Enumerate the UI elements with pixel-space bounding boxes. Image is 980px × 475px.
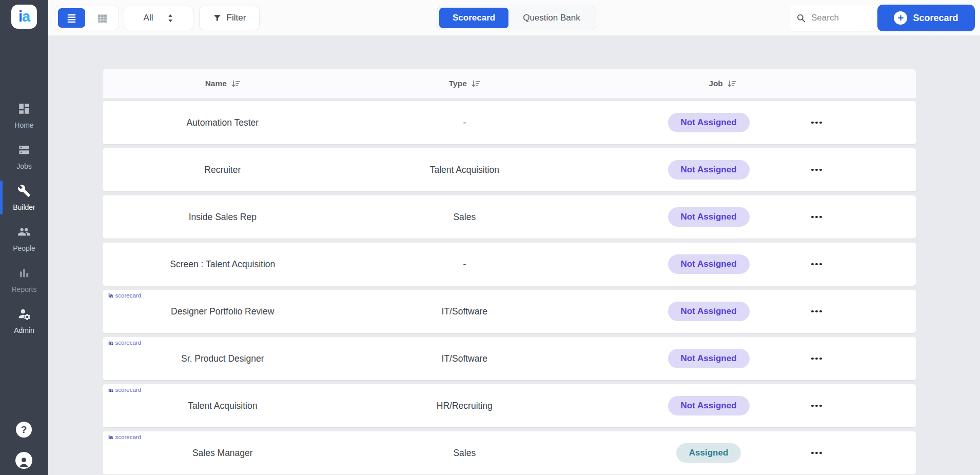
job-status-badge: Not Assigned	[668, 207, 750, 227]
grid-view-icon	[97, 13, 108, 24]
sidebar-item-label: Home	[14, 121, 33, 129]
table-body: ia scorecard Automation Tester - Not Ass…	[103, 101, 916, 474]
search-box	[790, 5, 883, 31]
bar-chart-icon	[17, 266, 31, 282]
type-filter-value: All	[144, 13, 153, 23]
sidebar-item-reports[interactable]: Reports	[0, 259, 48, 300]
row-type: IT/Software	[343, 290, 587, 333]
sort-descending-icon[interactable]	[231, 80, 240, 88]
row-name: Automation Tester	[103, 101, 343, 144]
row-type: IT/Software	[343, 337, 587, 380]
row-name: Screen : Talent Acquisition	[103, 243, 343, 286]
table-row[interactable]: ia scorecard Talent Acquisition HR/Recru…	[103, 384, 916, 427]
scorecard-type-badge: ia scorecard	[108, 434, 141, 440]
row-type: -	[343, 243, 587, 286]
ia-logo-mini: ia	[108, 340, 113, 346]
row-name: Inside Sales Rep	[103, 195, 343, 239]
sidebar-nav: Home Jobs Builder People Reports Admin	[0, 95, 48, 341]
grid-view-button[interactable]	[89, 8, 116, 28]
filter-funnel-icon	[213, 14, 222, 23]
sidebar-item-home[interactable]: Home	[0, 95, 48, 136]
job-status-badge: Not Assigned	[668, 396, 750, 415]
scorecard-type-badge: ia scorecard	[108, 292, 141, 299]
ia-logo[interactable]: i a	[11, 5, 37, 29]
scorecard-badge-label: scorecard	[115, 340, 142, 346]
table-row[interactable]: ia scorecard Automation Tester - Not Ass…	[103, 101, 916, 144]
ia-logo-mini: ia	[108, 292, 113, 299]
row-type: Sales	[343, 195, 587, 239]
sidebar-item-admin[interactable]: Admin	[0, 300, 48, 341]
help-glyph: ?	[21, 424, 27, 436]
job-status-badge: Not Assigned	[668, 254, 750, 274]
column-header-job[interactable]: Job	[615, 69, 830, 98]
person-silhouette-icon	[17, 455, 31, 469]
sort-descending-icon[interactable]	[727, 80, 736, 88]
table-row[interactable]: ia scorecard Inside Sales Rep Sales Not …	[103, 195, 916, 239]
filter-label: Filter	[227, 13, 246, 23]
topbar: All Filter ScorecardQuestion Bank + Scor…	[48, 0, 980, 36]
sidebar-item-people[interactable]: People	[0, 218, 48, 259]
sidebar-item-label: Admin	[14, 326, 34, 334]
logo-letter-i: i	[18, 8, 22, 25]
list-view-icon	[66, 13, 77, 24]
column-header-name[interactable]: Name	[103, 69, 343, 98]
filter-button[interactable]: Filter	[199, 6, 260, 30]
add-scorecard-label: Scorecard	[913, 13, 958, 24]
admin-gear-icon	[17, 307, 31, 323]
job-status-badge: Not Assigned	[668, 113, 750, 132]
sidebar-item-jobs[interactable]: Jobs	[0, 136, 48, 177]
jobs-icon	[17, 143, 31, 159]
scorecard-type-badge: ia scorecard	[108, 387, 141, 393]
sort-descending-icon[interactable]	[471, 80, 480, 88]
row-type: Talent Acquisition	[343, 148, 587, 191]
ia-logo-mini: ia	[108, 387, 113, 393]
job-status-badge: Not Assigned	[668, 302, 750, 321]
sidebar-item-label: Jobs	[16, 162, 32, 170]
job-status-badge: Assigned	[676, 443, 741, 463]
view-toggle-group	[55, 6, 119, 30]
table-row[interactable]: ia scorecard Sr. Product Designer IT/Sof…	[103, 337, 916, 380]
sidebar-item-label: People	[13, 244, 35, 252]
plus-icon: +	[894, 11, 907, 25]
scorecard-badge-label: scorecard	[115, 292, 142, 299]
job-status-badge: Not Assigned	[668, 160, 750, 180]
row-name: Recruiter	[103, 148, 343, 191]
row-type: -	[343, 101, 587, 144]
sidebar-item-builder[interactable]: Builder	[0, 177, 48, 218]
logo-letter-a: a	[22, 8, 30, 25]
add-scorecard-button[interactable]: + Scorecard	[877, 5, 975, 31]
table-row[interactable]: ia scorecard Screen : Talent Acquisition…	[103, 243, 916, 286]
sidebar-item-label: Builder	[13, 203, 35, 211]
tab-question-bank[interactable]: Question Bank	[509, 8, 594, 28]
column-header-type[interactable]: Type	[343, 69, 587, 98]
help-icon[interactable]: ?	[16, 422, 32, 438]
scorecard-badge-label: scorecard	[115, 387, 142, 393]
account-icon[interactable]	[15, 452, 32, 469]
table-row[interactable]: ia scorecard Sales Manager Sales Assigne…	[103, 431, 916, 474]
search-input[interactable]	[811, 13, 873, 23]
scorecard-badge-label: scorecard	[115, 434, 142, 440]
wrench-icon	[17, 184, 31, 200]
table-header: Name Type Job	[103, 69, 916, 98]
scorecards-table: Name Type Job ia scorecard Automation Te…	[103, 69, 916, 474]
row-type: Sales	[343, 431, 587, 474]
main-content: Name Type Job ia scorecard Automation Te…	[48, 36, 980, 475]
list-view-button[interactable]	[58, 8, 85, 28]
search-icon	[796, 13, 806, 23]
table-row[interactable]: ia scorecard Recruiter Talent Acquisitio…	[103, 148, 916, 191]
unfold-arrows-icon	[167, 14, 173, 23]
table-row[interactable]: ia scorecard Designer Portfolio Review I…	[103, 290, 916, 333]
home-dashboard-icon	[17, 102, 31, 117]
scorecard-type-badge: ia scorecard	[108, 340, 141, 346]
type-filter-select[interactable]: All	[124, 6, 193, 30]
sidebar: i a Home Jobs Builder People Reports Adm…	[0, 0, 48, 475]
tab-scorecard[interactable]: Scorecard	[439, 8, 508, 28]
sidebar-item-label: Reports	[11, 285, 36, 293]
people-icon	[17, 225, 31, 241]
row-type: HR/Recruiting	[343, 384, 587, 427]
job-status-badge: Not Assigned	[668, 349, 750, 368]
scorecard-tabs: ScorecardQuestion Bank	[437, 6, 596, 30]
ia-logo-mini: ia	[108, 434, 113, 440]
